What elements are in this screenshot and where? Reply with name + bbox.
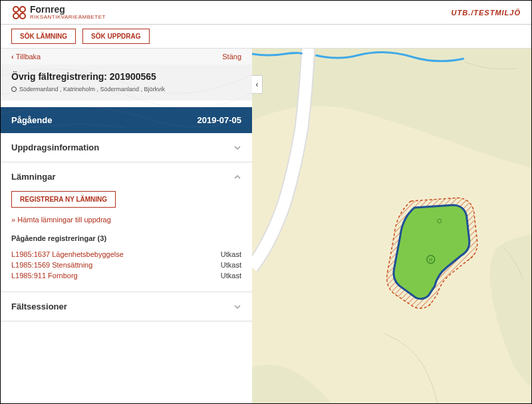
collapse-sidebar-button[interactable]: ‹: [252, 75, 263, 94]
org-name: RIKSANTIKVARIEÄMBETET: [30, 14, 106, 20]
section-sessions: Fältsessioner: [1, 292, 252, 321]
section-remnants: Lämningar REGISTRERA NY LÄMNING Hämta lä…: [1, 162, 252, 292]
registration-link[interactable]: L1985:1637 Lägenhetsbebyggelse: [11, 250, 124, 258]
section-sessions-label: Fältsessioner: [11, 302, 67, 311]
chevron-down-icon: [233, 144, 241, 152]
registration-status: Utkast: [221, 250, 241, 258]
list-item: L1985:1637 Lägenhetsbebyggelse Utkast: [11, 249, 241, 260]
registration-status: Utkast: [221, 272, 241, 280]
section-remnants-header[interactable]: Lämningar: [1, 162, 252, 191]
logo-icon: [11, 5, 27, 21]
app-header: Fornreg RIKSANTIKVARIEÄMBETET UTB./TESTM…: [1, 1, 531, 25]
main-layout: Tillbaka Stäng Övrig fältregistrering: 2…: [1, 49, 531, 403]
section-info: Uppdragsinformation: [1, 133, 252, 162]
list-item: L1985:1569 Stensättning Utkast: [11, 260, 241, 270]
svg-point-1: [20, 7, 25, 12]
svg-text:R: R: [429, 257, 433, 263]
app-name: Fornreg: [30, 5, 106, 14]
toolbar: SÖK LÄMNING SÖK UPPDRAG: [1, 25, 531, 49]
registration-link[interactable]: L1985:1569 Stensättning: [11, 261, 92, 269]
back-link[interactable]: Tillbaka: [11, 53, 41, 61]
nav-row: Tillbaka Stäng: [1, 49, 252, 65]
list-item: L1985:911 Fornborg Utkast: [11, 270, 241, 281]
search-assignment-button[interactable]: SÖK UPPDRAG: [82, 29, 149, 44]
chevron-down-icon: [233, 303, 241, 311]
logo-area: Fornreg RIKSANTIKVARIEÄMBETET: [11, 5, 106, 21]
registration-link[interactable]: L1985:911 Fornborg: [11, 272, 78, 280]
title-block: Övrig fältregistrering: 201900565 Söderm…: [1, 65, 252, 101]
registration-status: Utkast: [221, 261, 241, 269]
sidebar: Tillbaka Stäng Övrig fältregistrering: 2…: [1, 49, 252, 403]
environment-label: UTB./TESTMILJÖ: [452, 9, 521, 17]
search-remnant-button[interactable]: SÖK LÄMNING: [11, 29, 76, 44]
close-link[interactable]: Stäng: [222, 53, 241, 61]
svg-point-3: [20, 13, 25, 19]
pending-registrations-header: Pågående registreringar (3): [11, 234, 241, 242]
svg-point-2: [13, 13, 19, 19]
section-info-header[interactable]: Uppdragsinformation: [1, 133, 252, 162]
page-title: Övrig fältregistrering: 201900565: [11, 71, 241, 82]
register-remnant-button[interactable]: REGISTRERA NY LÄMNING: [11, 191, 116, 208]
location-pin-icon: [11, 87, 17, 92]
svg-point-0: [13, 7, 19, 12]
map-canvas: R: [252, 49, 531, 403]
fetch-remnants-link[interactable]: Hämta lämningar till uppdrag: [11, 216, 241, 224]
section-remnants-body: REGISTRERA NY LÄMNING Hämta lämningar ti…: [1, 191, 252, 292]
section-info-label: Uppdragsinformation: [11, 142, 99, 152]
section-sessions-header[interactable]: Fältsessioner: [1, 292, 252, 321]
registration-list: L1985:1637 Lägenhetsbebyggelse Utkast L1…: [11, 249, 241, 281]
section-remnants-label: Lämningar: [11, 172, 55, 182]
chevron-up-icon: [233, 173, 241, 181]
location-text: Södermanland , Katrineholm , Södermanlan…: [19, 86, 165, 93]
location-row: Södermanland , Katrineholm , Södermanlan…: [11, 86, 241, 93]
map-area[interactable]: ‹: [252, 49, 531, 403]
